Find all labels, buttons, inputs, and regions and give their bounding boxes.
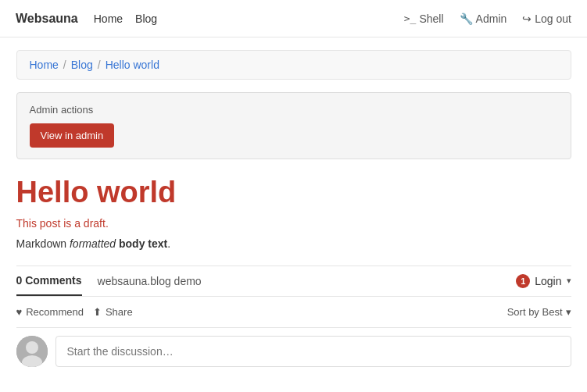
breadcrumb-home[interactable]: Home (30, 59, 59, 71)
post-body-prefix: Markdown (16, 237, 70, 250)
navbar-right: >_ Shell 🔧 Admin ↪ Log out (404, 12, 571, 25)
login-notification-badge: 1 (516, 274, 530, 288)
recommend-button[interactable]: ♥ Recommend (16, 303, 90, 321)
breadcrumb-sep-1: / (63, 59, 66, 71)
svg-point-1 (26, 341, 38, 354)
nav-link-blog[interactable]: Blog (135, 12, 157, 25)
post-body-suffix: . (167, 237, 170, 250)
logout-icon: ↪ (522, 12, 532, 25)
navbar: Websauna Home Blog >_ Shell 🔧 Admin ↪ Lo… (0, 0, 587, 37)
main-content: Home / Blog / Hello world Admin actions … (1, 37, 587, 387)
nav-link-home[interactable]: Home (94, 12, 123, 25)
wrench-icon: 🔧 (460, 12, 473, 25)
admin-box-title: Admin actions (30, 104, 558, 116)
post-draft-notice: This post is a draft. (16, 217, 571, 230)
recommend-label: Recommend (26, 306, 84, 318)
comments-login-area: 1 Login ▾ (516, 274, 571, 288)
heart-icon: ♥ (16, 306, 23, 318)
comment-input-row (16, 328, 571, 375)
logout-label: Log out (535, 12, 571, 25)
shell-label: Shell (419, 12, 443, 25)
nav-admin-link[interactable]: 🔧 Admin (460, 12, 507, 25)
navbar-brand[interactable]: Websauna (16, 12, 78, 26)
shell-icon: >_ (404, 12, 417, 24)
breadcrumb-sep-2: / (98, 59, 101, 71)
post-body: Markdown formatted body text. (16, 237, 571, 250)
nav-shell-link[interactable]: >_ Shell (404, 12, 444, 25)
post-body-italic: formatted (70, 237, 116, 250)
comments-section: 0 Comments websauna.blog demo 1 Login ▾ … (16, 265, 571, 375)
comments-demo-label: websauna.blog demo (98, 267, 517, 295)
breadcrumb: Home / Blog / Hello world (16, 50, 571, 80)
comments-count-tab[interactable]: 0 Comments (16, 266, 82, 296)
navbar-links: Home Blog (94, 12, 404, 25)
sort-by-label: Sort by Best (507, 306, 563, 318)
sort-by-dropdown[interactable]: Sort by Best ▾ (507, 306, 571, 318)
chevron-down-icon: ▾ (567, 276, 571, 286)
share-label: Share (106, 306, 133, 318)
admin-label: Admin (476, 12, 507, 25)
post-title: Hello world (16, 175, 571, 211)
comments-toolbar: ♥ Recommend ⬆ Share Sort by Best ▾ (16, 297, 571, 328)
post-body-bold: body text (119, 237, 167, 250)
view-in-admin-button[interactable]: View in admin (30, 123, 115, 148)
breadcrumb-blog[interactable]: Blog (71, 59, 93, 71)
share-button[interactable]: ⬆ Share (93, 303, 139, 321)
login-link[interactable]: Login (535, 275, 561, 287)
sort-chevron-icon: ▾ (566, 306, 571, 318)
avatar (16, 336, 48, 367)
share-icon: ⬆ (93, 306, 102, 318)
comment-input[interactable] (55, 336, 571, 367)
comments-header: 0 Comments websauna.blog demo 1 Login ▾ (16, 266, 571, 297)
breadcrumb-current: Hello world (106, 59, 159, 71)
admin-box: Admin actions View in admin (16, 92, 571, 159)
nav-logout-link[interactable]: ↪ Log out (522, 12, 571, 25)
